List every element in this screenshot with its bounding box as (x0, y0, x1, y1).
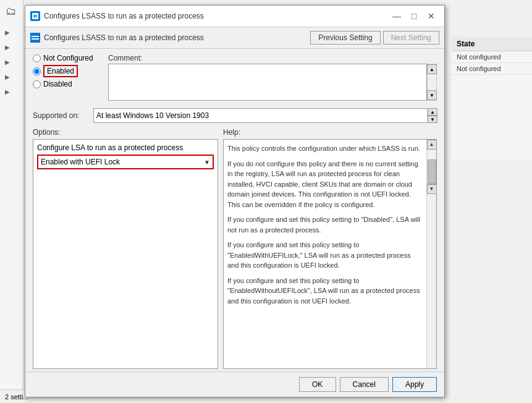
svg-rect-4 (32, 36, 39, 37)
dialog-titlebar: Configures LSASS to run as a protected p… (25, 6, 444, 27)
next-setting-button: Next Setting (383, 31, 439, 45)
dropdown-value: Enabled with UEFI Lock (41, 158, 120, 166)
not-configured-input[interactable] (33, 54, 41, 62)
supported-value: At least Windows 10 Version 1903 (93, 108, 437, 123)
sidebar-chevron-3[interactable]: ▶ (2, 56, 12, 68)
ok-button[interactable]: OK (299, 377, 336, 392)
middle-section: Options: Configure LSA to run as a prote… (25, 125, 444, 371)
top-section: Not Configured Enabled Disabled Comment: (25, 49, 444, 106)
scroll-up-arrow[interactable]: ▲ (427, 64, 437, 74)
supported-row: Supported on: At least Windows 10 Versio… (25, 106, 444, 125)
state-row-1: Not configured (452, 51, 532, 63)
sidebar-chevron-1[interactable]: ▶ (2, 26, 12, 38)
scroll-down-arrow[interactable]: ▼ (427, 90, 437, 100)
help-paragraph-1: This policy controls the configuration u… (227, 143, 423, 154)
help-panel: Help: This policy controls the configura… (223, 128, 437, 369)
dialog-title-icon (30, 11, 40, 21)
svg-rect-0 (32, 13, 38, 19)
right-state-panel: State Not configured Not configured (452, 37, 532, 161)
state-header: State (452, 37, 532, 51)
policy-dialog: Configures LSASS to run as a protected p… (25, 5, 445, 397)
not-configured-label: Not Configured (43, 54, 93, 62)
left-sidebar: 🗂 ▶ ▶ ▶ ▶ ▶ (0, 0, 23, 403)
help-scroll-down[interactable]: ▼ (427, 184, 437, 194)
comment-scrollbar: ▲ ▼ (427, 64, 437, 101)
help-scroll-up[interactable]: ▲ (427, 140, 437, 150)
svg-rect-1 (33, 15, 37, 16)
disabled-radio[interactable]: Disabled (33, 80, 101, 88)
help-scrollbar: ▲ ▼ (426, 140, 436, 368)
dialog-title: Configures LSASS to run as a protected p… (44, 12, 385, 20)
help-paragraph-5: If you configure and set this policy set… (227, 276, 423, 307)
sidebar-icon-1: 🗂 (0, 0, 22, 22)
help-scroll-thumb[interactable] (428, 159, 436, 184)
dialog-footer: OK Cancel Apply (25, 371, 444, 397)
dropdown-arrow-icon: ▼ (204, 159, 210, 166)
enabled-label: Enabled (47, 67, 74, 75)
previous-setting-button[interactable]: Previous Setting (310, 31, 380, 45)
supported-scroll-up[interactable]: ▲ (428, 108, 437, 116)
enabled-radio[interactable]: Enabled (33, 65, 101, 77)
comment-textarea-wrapper: ▲ ▼ (108, 64, 437, 101)
options-box: Configure LSA to run as a protected proc… (33, 139, 218, 369)
maximize-button[interactable]: □ (406, 9, 422, 23)
enabled-input[interactable] (33, 67, 41, 75)
svg-rect-5 (32, 38, 39, 40)
help-paragraph-4: If you configure and set this policy set… (227, 240, 423, 271)
help-content: This policy controls the configuration u… (227, 143, 433, 306)
option-dropdown[interactable]: Enabled with UEFI Lock ▼ (37, 155, 214, 169)
subheader-icon (30, 33, 40, 43)
radio-group: Not Configured Enabled Disabled (33, 54, 101, 101)
help-label: Help: (223, 128, 437, 137)
sidebar-chevron-5[interactable]: ▶ (2, 85, 12, 98)
supported-scrollbar: ▲ ▼ (427, 108, 437, 123)
help-paragraph-3: If you configure and set this policy set… (227, 214, 423, 235)
dialog-body: Not Configured Enabled Disabled Comment: (25, 49, 444, 371)
options-label: Options: (33, 128, 218, 137)
enabled-box: Enabled (43, 65, 78, 77)
minimize-button[interactable]: — (389, 9, 405, 23)
option-row-label: Configure LSA to run as a protected proc… (37, 143, 214, 152)
help-box: This policy controls the configuration u… (223, 139, 437, 369)
sidebar-chevron-4[interactable]: ▶ (2, 70, 12, 83)
help-paragraph-2: If you do not configure this policy and … (227, 159, 423, 210)
disabled-input[interactable] (33, 80, 41, 88)
nav-buttons: Previous Setting Next Setting (310, 31, 439, 45)
cancel-button[interactable]: Cancel (340, 377, 389, 392)
supported-label: Supported on: (33, 111, 88, 120)
title-buttons: — □ ✕ (389, 9, 439, 23)
comment-textarea[interactable] (108, 64, 427, 101)
disabled-label: Disabled (43, 80, 72, 88)
comment-label: Comment: (108, 54, 437, 62)
dialog-subheader: Configures LSASS to run as a protected p… (25, 27, 444, 49)
options-panel: Options: Configure LSA to run as a prote… (33, 128, 218, 369)
svg-rect-3 (30, 33, 40, 43)
not-configured-radio[interactable]: Not Configured (33, 54, 101, 62)
subheader-title: Configures LSASS to run as a protected p… (44, 33, 306, 42)
supported-scroll-down[interactable]: ▼ (428, 116, 437, 123)
state-row-2: Not configured (452, 63, 532, 75)
sidebar-chevron-2[interactable]: ▶ (2, 41, 12, 53)
apply-button[interactable]: Apply (392, 377, 437, 392)
comment-section: Comment: ▲ ▼ (108, 54, 437, 101)
svg-rect-2 (33, 17, 37, 18)
close-button[interactable]: ✕ (423, 9, 439, 23)
